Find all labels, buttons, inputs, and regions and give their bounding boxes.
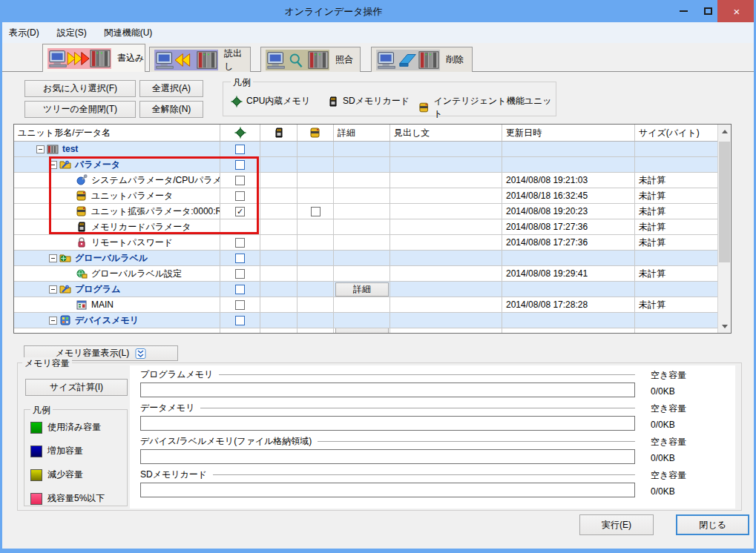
intelligent-unit-icon	[309, 127, 321, 139]
parameter-folder-icon	[59, 159, 71, 170]
program-memory-bar	[140, 383, 635, 397]
system-parameter-icon	[76, 174, 88, 186]
tree-expand-collapse-button[interactable]: ツリーの全開閉(T)	[24, 101, 136, 118]
cpu-memory-icon	[231, 96, 243, 107]
header-detail: 詳細	[334, 125, 390, 141]
unit-parameter-icon	[76, 190, 88, 202]
program-folder-icon	[59, 283, 71, 295]
size-cell: 未計算	[635, 173, 717, 188]
row-label: リモートパスワード	[91, 236, 173, 249]
expander-icon[interactable]	[49, 161, 57, 169]
sd-memory-card-bar	[140, 483, 635, 497]
table-row-main[interactable]: MAIN 2014/08/08 17:28:28 未計算	[14, 297, 717, 313]
cpu-checkbox[interactable]	[235, 300, 245, 310]
cpu-checkbox[interactable]	[235, 176, 245, 185]
memory-capacity-title: メモリ容量	[22, 357, 72, 370]
cpu-checkbox[interactable]	[235, 316, 245, 325]
cpu-checkbox[interactable]	[235, 160, 245, 170]
table-row-memory-card-parameter[interactable]: メモリカードパラメータ 2014/08/08 17:27:36 未計算	[14, 219, 717, 235]
memory-legend-groupbox: 凡例 使用済み容量 増加容量 減少容量 残容量5%以下	[24, 409, 128, 506]
table-row-remote-password[interactable]: リモートパスワード 2014/08/08 17:27:36 未計算	[14, 235, 717, 251]
legend-groupbox: 凡例 CPU内蔵メモリ SDメモリカード インテリジェント機能ユニット	[223, 82, 556, 116]
legend-item-label: CPU内蔵メモリ	[246, 95, 310, 107]
row-label: test	[62, 144, 78, 154]
intelligent-unit-icon	[418, 102, 430, 113]
updated-cell	[502, 313, 635, 328]
program-icon	[76, 299, 88, 311]
sd-card-icon	[327, 96, 339, 107]
menu-related-functions[interactable]: 関連機能(U)	[96, 24, 162, 41]
select-all-button[interactable]: 全選択(A)	[139, 80, 203, 97]
updated-cell: 2014/08/08 17:27:36	[502, 219, 635, 234]
expander-icon[interactable]	[49, 317, 57, 325]
intelligent-checkbox[interactable]	[311, 207, 321, 216]
titlebar: オンラインデータ操作 ×	[0, 0, 756, 22]
close-dialog-button[interactable]: 閉じる	[676, 514, 749, 535]
cpu-checkbox-checked[interactable]: ✓	[235, 207, 245, 216]
table-row-program[interactable]: プログラム 詳細	[14, 282, 717, 297]
table-row-system-parameter[interactable]: システムパラメータ/CPUパラメータ 2014/08/08 19:21:03 未…	[14, 173, 717, 188]
free-capacity-label: 空き容量	[651, 369, 686, 382]
file-tree-table: ユニット形名/データ名 詳細 見出し文 更新日時 サイズ(バイト)	[13, 124, 732, 334]
size-cell	[635, 142, 717, 156]
read-icon	[152, 50, 220, 70]
table-row-device-memory[interactable]: デバイスメモリ	[14, 313, 717, 328]
cpu-checkbox[interactable]	[235, 238, 245, 248]
tab-delete[interactable]: 削除	[371, 47, 473, 72]
device-memory-icon	[59, 314, 71, 326]
table-row-global-label[interactable]: グローバルラベル	[14, 251, 717, 266]
menu-settings[interactable]: 設定(S)	[48, 24, 96, 41]
row-label: ユニット拡張パラメータ:0000:RJ71C...	[91, 205, 220, 218]
tab-write[interactable]: 書込み	[42, 44, 145, 72]
write-icon	[45, 48, 114, 69]
detail-button-partial[interactable]	[335, 328, 389, 333]
row-label: ユニットパラメータ	[91, 190, 173, 202]
table-row-global-label-setting[interactable]: グローバルラベル設定 2014/08/08 19:29:41 未計算	[14, 266, 717, 282]
low-remaining-swatch	[30, 493, 42, 505]
tab-read[interactable]: 読出し	[149, 47, 251, 72]
menubar: 表示(D) 設定(S) 関連機能(U)	[0, 22, 756, 43]
free-capacity-label: 空き容量	[651, 403, 686, 415]
tab-verify[interactable]: 照合	[260, 47, 361, 72]
size-cell	[635, 313, 717, 328]
updated-cell	[502, 142, 635, 156]
cpu-checkbox[interactable]	[235, 269, 245, 279]
clear-all-button[interactable]: 全解除(N)	[139, 101, 203, 118]
maximize-button[interactable]	[696, 0, 720, 22]
detail-button[interactable]: 詳細	[335, 282, 389, 297]
table-row-parameter[interactable]: パラメータ	[14, 157, 717, 173]
cpu-checkbox[interactable]	[235, 191, 245, 201]
cpu-checkbox[interactable]	[235, 285, 245, 294]
menu-view[interactable]: 表示(D)	[0, 24, 48, 41]
expander-icon[interactable]	[36, 145, 45, 153]
size-calc-button[interactable]: サイズ計算(I)	[25, 379, 128, 396]
vertical-scrollbar[interactable]	[717, 125, 731, 333]
tab-verify-label: 照合	[335, 53, 353, 66]
updated-cell: 2014/08/08 19:29:41	[502, 266, 635, 281]
legend-item-low-remaining: 残容量5%以下	[30, 492, 105, 505]
program-memory-label: プログラムメモリ	[140, 368, 635, 381]
minimize-button[interactable]	[671, 0, 695, 22]
table-row-unit-ext-parameter[interactable]: ユニット拡張パラメータ:0000:RJ71C... ✓ 2014/08/08 1…	[14, 204, 717, 219]
row-label: プログラム	[75, 283, 120, 296]
scroll-up-button[interactable]	[718, 125, 732, 138]
free-capacity-value: 0/0KB	[651, 420, 675, 430]
table-row-test[interactable]: test	[14, 142, 717, 157]
scrollbar-thumb[interactable]	[719, 142, 730, 262]
data-memory-bar	[140, 416, 635, 431]
free-capacity-value: 0/0KB	[651, 486, 675, 497]
updated-cell	[502, 282, 635, 297]
legend-item-intelligent-unit: インテリジェント機能ユニット	[418, 95, 556, 120]
verify-icon	[263, 50, 332, 70]
close-button[interactable]: ×	[717, 0, 756, 22]
scroll-down-button[interactable]	[718, 319, 732, 333]
size-cell: 未計算	[635, 266, 717, 281]
expander-icon[interactable]	[49, 254, 57, 262]
execute-button[interactable]: 実行(E)	[579, 514, 654, 535]
favorite-select-button[interactable]: お気に入り選択(F)	[24, 80, 136, 97]
memory-card-icon	[76, 221, 88, 233]
table-row-unit-parameter[interactable]: ユニットパラメータ 2014/08/18 16:32:45 未計算	[14, 188, 717, 204]
cpu-checkbox[interactable]	[235, 145, 245, 154]
cpu-checkbox[interactable]	[235, 254, 245, 263]
expander-icon[interactable]	[49, 285, 57, 294]
